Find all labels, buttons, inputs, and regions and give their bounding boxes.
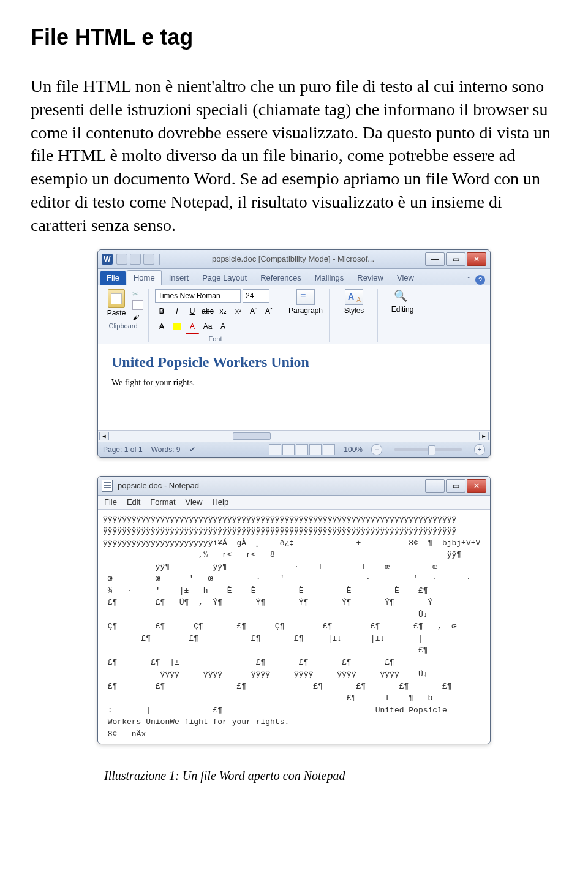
tab-mailings[interactable]: Mailings: [309, 271, 350, 285]
np-maximize-button[interactable]: ▭: [446, 479, 466, 493]
paste-label: Paste: [107, 309, 126, 317]
paragraph-button[interactable]: Paragraph: [287, 289, 324, 315]
tab-file[interactable]: File: [100, 271, 126, 285]
group-font: Times New Roman 24 B I U abc x₂ x² Aˆ Aˇ: [155, 289, 281, 342]
group-styles: Styles: [336, 289, 378, 342]
scroll-left-icon[interactable]: ◄: [99, 432, 109, 440]
format-painter-icon[interactable]: [132, 312, 142, 321]
qat-save-icon[interactable]: [116, 254, 127, 265]
np-minimize-button[interactable]: —: [425, 479, 445, 493]
copy-icon[interactable]: [132, 300, 143, 310]
styles-button[interactable]: Styles: [336, 289, 372, 315]
np-menu-help[interactable]: Help: [212, 497, 228, 507]
status-words: Words: 9: [151, 445, 181, 454]
shrink-font-button[interactable]: Aˇ: [262, 304, 276, 318]
editing-button[interactable]: Editing: [384, 289, 421, 314]
zoom-in-button[interactable]: +: [474, 444, 485, 455]
minimize-button[interactable]: —: [425, 252, 445, 266]
help-icon[interactable]: ?: [475, 275, 485, 285]
notepad-menubar: File Edit Format View Help: [98, 496, 490, 510]
cut-icon[interactable]: [132, 289, 142, 298]
group-paragraph: Paragraph: [287, 289, 330, 342]
status-page: Page: 1 of 1: [103, 445, 143, 454]
quick-access-toolbar: [116, 254, 162, 265]
tab-review[interactable]: Review: [351, 271, 390, 285]
word-window: W popsicle.doc [Compatibility Mode] - Mi…: [97, 249, 491, 458]
page-heading: File HTML e tag: [31, 25, 557, 50]
zoom-value: 100%: [344, 445, 363, 454]
view-web-icon[interactable]: [296, 444, 308, 455]
font-size-combo[interactable]: 24: [243, 289, 270, 303]
qat-undo-icon[interactable]: [130, 254, 141, 265]
tab-references[interactable]: References: [254, 271, 307, 285]
clear-format-button[interactable]: A̶: [155, 320, 168, 333]
text-effects-button[interactable]: A: [216, 320, 230, 333]
doc-title: United Popsicle Workers Union: [111, 354, 477, 371]
np-menu-view[interactable]: View: [186, 497, 203, 507]
document-area[interactable]: United Popsicle Workers Union We fight f…: [98, 344, 490, 430]
font-name-combo[interactable]: Times New Roman: [155, 289, 241, 303]
word-app-icon: W: [102, 254, 113, 265]
horizontal-scrollbar[interactable]: ◄ ►: [98, 430, 490, 442]
tab-page-layout[interactable]: Page Layout: [196, 271, 253, 285]
find-icon: [394, 289, 411, 304]
subscript-button[interactable]: x₂: [216, 304, 230, 318]
notepad-line: Workers UnionWe fight for your rights.: [103, 716, 485, 728]
notepad-window: popsicle.doc - Notepad — ▭ ✕ File Edit F…: [97, 476, 491, 745]
paste-button[interactable]: Paste: [103, 289, 130, 321]
qat-redo-icon[interactable]: [143, 254, 154, 265]
notepad-line: ¾ · ' |± h È È È È È £¶: [103, 585, 485, 597]
bold-button[interactable]: B: [155, 304, 168, 318]
ribbon-tabs: File Home Insert Page Layout References …: [98, 269, 490, 285]
scroll-right-icon[interactable]: ►: [479, 432, 489, 440]
scroll-thumb[interactable]: [233, 432, 271, 440]
close-button[interactable]: ✕: [467, 252, 486, 266]
zoom-out-button[interactable]: −: [371, 444, 382, 455]
notepad-line: 8¢ ñÄx: [103, 728, 485, 741]
highlight-button[interactable]: [170, 320, 184, 333]
ribbon-body: Paste Clipboard Times New Roman 24: [98, 285, 490, 344]
spell-check-icon[interactable]: ✔: [189, 445, 195, 454]
qat-separator: [159, 254, 160, 265]
notepad-line: ÿÿÿÿÿÿÿÿÿÿÿÿÿÿÿÿÿÿÿÿÿÿÿÿÿÿÿÿÿÿÿÿÿÿÿÿÿÿÿÿ…: [103, 525, 485, 537]
zoom-slider[interactable]: [394, 448, 462, 451]
tab-view[interactable]: View: [391, 271, 420, 285]
group-clipboard: Paste Clipboard: [103, 289, 149, 342]
strike-button[interactable]: abc: [201, 304, 214, 318]
superscript-button[interactable]: x²: [232, 304, 245, 318]
change-case-button[interactable]: Aa: [201, 320, 214, 333]
view-read-icon[interactable]: [282, 444, 295, 455]
notepad-line: £¶ T˗ ¶ b: [103, 692, 485, 704]
tab-home[interactable]: Home: [127, 270, 162, 285]
underline-button[interactable]: U: [186, 304, 199, 318]
word-window-title: popsicle.doc [Compatibility Mode] - Micr…: [162, 254, 424, 263]
notepad-app-icon: [102, 480, 113, 492]
ribbon-minimize-icon[interactable]: ˆ: [464, 276, 474, 285]
editing-label: Editing: [391, 305, 414, 314]
notepad-line: Ç¶ £¶ Ç¶ £¶ Ç¶ £¶ £¶ £¶ , œ: [103, 621, 485, 633]
view-outline-icon[interactable]: [309, 444, 322, 455]
np-close-button[interactable]: ✕: [467, 479, 486, 493]
view-draft-icon[interactable]: [323, 444, 335, 455]
doc-subtext: We fight for your rights.: [111, 378, 477, 388]
zoom-knob[interactable]: [428, 445, 435, 455]
maximize-button[interactable]: ▭: [446, 252, 466, 266]
np-menu-edit[interactable]: Edit: [127, 497, 140, 507]
view-buttons: [269, 444, 335, 455]
body-paragraph: Un file HTML non è nient'altro che un pu…: [31, 75, 557, 237]
highlight-yellow-icon: [173, 323, 181, 330]
word-statusbar: Page: 1 of 1 Words: 9 ✔ 100% − +: [98, 442, 490, 457]
font-color-button[interactable]: A: [186, 320, 199, 334]
notepad-content[interactable]: ÿÿÿÿÿÿÿÿÿÿÿÿÿÿÿÿÿÿÿÿÿÿÿÿÿÿÿÿÿÿÿÿÿÿÿÿÿÿÿÿ…: [98, 510, 490, 744]
np-menu-file[interactable]: File: [104, 497, 117, 507]
grow-font-button[interactable]: Aˆ: [247, 304, 260, 318]
notepad-line: ÿÿ¶ ÿÿ¶ · T˗ T˗ œ œ: [103, 561, 485, 573]
view-print-icon[interactable]: [269, 444, 281, 455]
tab-insert[interactable]: Insert: [163, 271, 195, 285]
group-editing: Editing: [384, 289, 421, 342]
font-group-label: Font: [208, 335, 222, 342]
styles-label: Styles: [344, 306, 364, 315]
np-menu-format[interactable]: Format: [150, 497, 175, 507]
notepad-line: œ œ ' œ · ' · ' · ·: [103, 573, 485, 585]
italic-button[interactable]: I: [170, 304, 184, 318]
